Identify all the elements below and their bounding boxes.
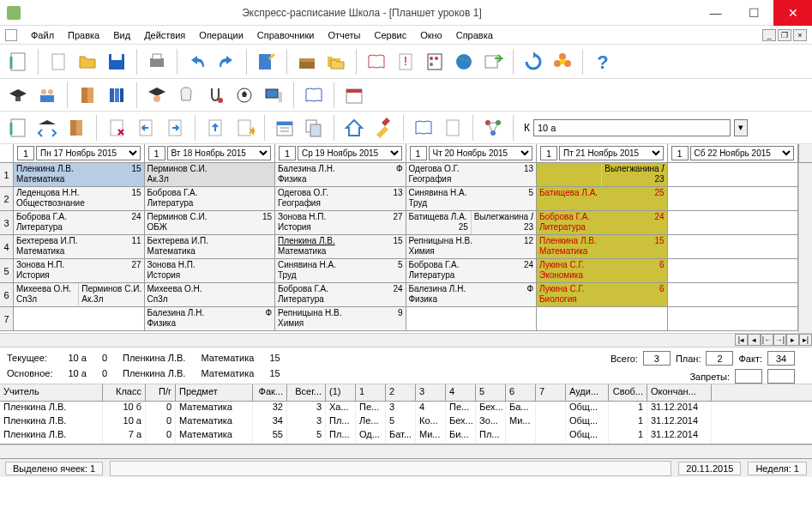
menu-отчеты[interactable]: Отчеты xyxy=(321,28,367,42)
menu-справочники[interactable]: Справочники xyxy=(250,28,322,42)
notepad-button[interactable] xyxy=(5,49,31,75)
nav-book-button[interactable] xyxy=(411,115,436,141)
mdi-restore-button[interactable]: ❐ xyxy=(778,29,791,41)
class-select[interactable] xyxy=(533,119,731,136)
nav-calendar-button[interactable] xyxy=(272,115,298,141)
date-num-input[interactable] xyxy=(148,146,165,160)
date-select[interactable]: Пн 17 Ноябрь 2015 xyxy=(36,146,141,160)
col-header[interactable]: 5 xyxy=(476,384,506,401)
refresh-button[interactable] xyxy=(520,49,546,75)
date-num-input[interactable] xyxy=(410,146,427,160)
nav-page2-button[interactable] xyxy=(440,115,466,141)
col-header[interactable]: 1 xyxy=(356,384,386,401)
schedule-cell[interactable] xyxy=(668,307,798,330)
redo-button[interactable] xyxy=(214,49,239,75)
books-button[interactable] xyxy=(104,82,129,108)
menu-правка[interactable]: Правка xyxy=(61,28,106,42)
schedule-cell[interactable]: Бехтерева И.П.11Математика xyxy=(14,235,144,258)
date-num-input[interactable] xyxy=(279,146,296,160)
date-num-input[interactable] xyxy=(540,146,557,160)
table-row[interactable]: Пленкина Л.В.10 а0Математика343Пл...Ле..… xyxy=(0,415,812,429)
schedule-cell[interactable]: Боброва Г.А.24Литература xyxy=(14,211,144,234)
schedule-cell[interactable]: Балезина Л.Н.ФФизика xyxy=(145,307,275,330)
open-button[interactable] xyxy=(75,49,100,75)
schedule-cell[interactable]: Боброва Г.А.24Литература xyxy=(275,283,406,306)
schedule-cell[interactable]: Балезина Л.Н.ФФизика xyxy=(275,163,406,186)
vertical-scrollbar[interactable] xyxy=(798,163,812,333)
date-select[interactable]: Сб 22 Ноябрь 2015 xyxy=(690,146,795,160)
schedule-cell[interactable]: Боброва Г.А.Литература xyxy=(145,187,275,210)
undo-button[interactable] xyxy=(184,49,210,75)
flower-button[interactable] xyxy=(550,49,575,75)
col-header[interactable]: Своб... xyxy=(609,384,647,401)
scroll-next2-button[interactable]: →| xyxy=(773,334,786,346)
menu-файл[interactable]: Файл xyxy=(24,28,61,42)
date-select[interactable]: Пт 21 Ноябрь 2015 xyxy=(559,146,664,160)
schedule-cell[interactable]: Зонова Н.П.27История xyxy=(14,259,144,282)
folders-button[interactable] xyxy=(323,49,349,75)
menu-действия[interactable]: Действия xyxy=(137,28,192,42)
maximize-button[interactable]: ☐ xyxy=(735,0,773,26)
schedule-cell[interactable] xyxy=(668,283,798,306)
door-button[interactable] xyxy=(75,82,100,108)
schedule-cell[interactable]: Вылегжанина Л.И.23 xyxy=(602,163,666,186)
schedule-cell[interactable]: Боброва Г.А.24Литература xyxy=(537,211,667,234)
col-header[interactable]: Ауди... xyxy=(566,384,609,401)
col-header[interactable]: Фак... xyxy=(253,384,287,401)
col-header[interactable]: 6 xyxy=(506,384,536,401)
schedule-cell[interactable] xyxy=(537,307,667,330)
col-header[interactable]: 7 xyxy=(536,384,566,401)
schedule-cell[interactable]: Зонова Н.П.История xyxy=(145,259,275,282)
nav-page-left-button[interactable] xyxy=(133,115,159,141)
nav-network-button[interactable] xyxy=(480,115,506,141)
schedule-cell[interactable] xyxy=(668,187,798,210)
scroll-prev-button[interactable]: ◂ xyxy=(748,334,761,346)
table-hscrollbar[interactable] xyxy=(0,444,812,458)
date-select[interactable]: Вт 18 Ноябрь 2015 xyxy=(167,146,272,160)
table-row[interactable]: Пленкина Л.В.10 б0Математика323Ха...Пе..… xyxy=(0,402,812,415)
schedule-cell[interactable]: Лукина С.Г.6Биология xyxy=(537,283,667,306)
abacus-button[interactable] xyxy=(422,49,448,75)
nav-door-button[interactable] xyxy=(63,115,89,141)
book2-button[interactable] xyxy=(301,82,327,108)
help-button[interactable]: ? xyxy=(590,49,616,75)
schedule-cell[interactable]: Батищева Л.А.25 xyxy=(537,187,667,210)
schedule-cell[interactable] xyxy=(668,163,798,186)
col-header[interactable]: 4 xyxy=(446,384,476,401)
menu-окно[interactable]: Окно xyxy=(413,28,449,42)
minimize-button[interactable]: — xyxy=(696,0,735,26)
export-button[interactable] xyxy=(480,49,506,75)
new-button[interactable] xyxy=(45,49,71,75)
schedule-cell[interactable] xyxy=(406,307,537,330)
nav-copy-button[interactable] xyxy=(301,115,327,141)
date-num-input[interactable] xyxy=(671,146,689,160)
class-dropdown-button[interactable]: ▾ xyxy=(734,119,748,136)
nav-home-button[interactable] xyxy=(341,115,367,141)
book-button[interactable] xyxy=(364,49,389,75)
computer-button[interactable] xyxy=(261,82,286,108)
scroll-next-button[interactable]: ▸ xyxy=(786,334,799,346)
col-header[interactable]: Учитель xyxy=(0,384,103,401)
date-select[interactable]: Ср 19 Ноябрь 2015 xyxy=(298,146,402,160)
archive-button[interactable] xyxy=(294,49,320,75)
users-button[interactable] xyxy=(34,82,60,108)
schedule-cell[interactable]: Батищева Л.А.25 xyxy=(406,211,472,234)
schedule-cell[interactable]: Бехтерева И.П.Математика xyxy=(145,235,275,258)
schedule-cell[interactable]: Синявина Н.А.5Труд xyxy=(275,259,406,282)
schedule-cell[interactable]: Боброва Г.А.24Литература xyxy=(406,259,537,282)
date-num-input[interactable] xyxy=(17,146,34,160)
col-header[interactable]: Окончан... xyxy=(647,384,712,401)
mdi-close-button[interactable]: × xyxy=(793,29,807,41)
schedule-cell[interactable]: Зонова Н.П.27История xyxy=(275,211,406,234)
schedule-cell[interactable]: Перминов С.И.Ак.3л xyxy=(145,163,275,186)
nav-tools-button[interactable] xyxy=(370,115,396,141)
nav-page-del-button[interactable] xyxy=(104,115,129,141)
schedule-cell[interactable]: Вылегжанина Л.И.23 xyxy=(472,211,536,234)
col-header[interactable]: 3 xyxy=(416,384,446,401)
sport-button[interactable] xyxy=(232,82,257,108)
schedule-cell[interactable]: Балезина Л.Н.ФФизика xyxy=(406,283,537,306)
schedule-cell[interactable]: Одегова О.Г.13География xyxy=(275,187,406,210)
date-select[interactable]: Чт 20 Ноябрь 2015 xyxy=(429,146,533,160)
schedule-cell[interactable] xyxy=(14,307,144,330)
medical-button[interactable] xyxy=(202,82,228,108)
